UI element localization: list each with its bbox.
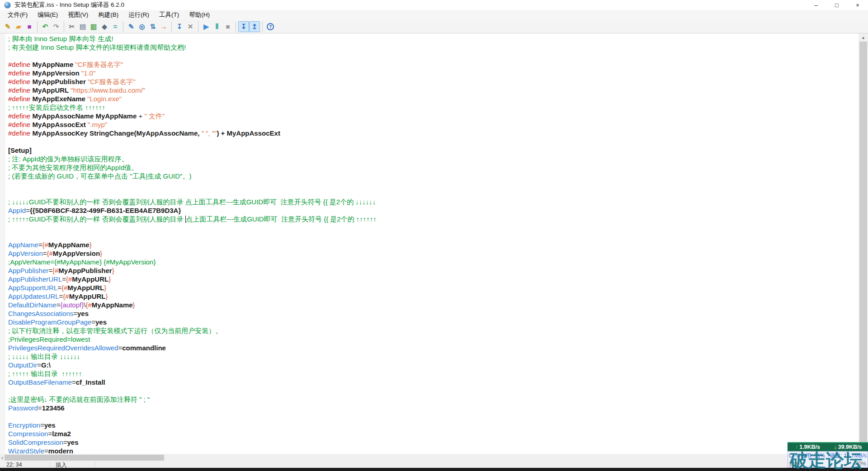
code-line[interactable]: #define MyAppURL "https://www.baidu.com/… bbox=[5, 86, 859, 94]
code-line[interactable]: AppPublisherURL={#MyAppURL} bbox=[5, 275, 859, 283]
code-line[interactable]: ; 注: AppId的值为单独标识该应用程序。 bbox=[5, 155, 859, 163]
code-token: = bbox=[43, 250, 47, 257]
menu-item-4[interactable]: 运行(R) bbox=[123, 10, 154, 20]
code-line[interactable]: PrivilegesRequiredOverridesAllowed=comma… bbox=[5, 344, 859, 352]
code-line[interactable] bbox=[5, 52, 859, 60]
compile-button[interactable]: ◆ bbox=[99, 21, 110, 32]
code-token: #define bbox=[8, 112, 30, 120]
cut-button[interactable]: ✂ bbox=[66, 21, 77, 32]
code-line[interactable]: ; 不要为其他安装程序使用相同的AppId值。 bbox=[5, 163, 859, 172]
code-line[interactable]: #define MyAppName "CF服务器名字" bbox=[5, 60, 859, 69]
code-line[interactable]: AppUpdatesURL={#MyAppURL} bbox=[5, 292, 859, 301]
horizontal-scrollbar-thumb[interactable] bbox=[5, 455, 164, 461]
code-line[interactable]: DefaultDirName={autopf}\{#MyAppName} bbox=[5, 301, 859, 309]
code-line[interactable] bbox=[5, 189, 859, 198]
code-line[interactable]: ;这里是密码↓ 不要的话就在前面添加注释符 " ; " bbox=[5, 395, 859, 404]
scroll-left-arrow-icon[interactable]: ‹ bbox=[0, 454, 5, 462]
code-line[interactable]: ; ↓↓↓↓↓ 输出目录 ↓↓↓↓↓↓ bbox=[5, 352, 859, 361]
save-file-button[interactable]: ■ bbox=[24, 21, 35, 32]
compiler-output-button[interactable]: = bbox=[110, 21, 121, 32]
new-script-button[interactable]: ✎ bbox=[2, 21, 13, 32]
paste-button[interactable]: ▥ bbox=[88, 21, 99, 32]
code-line[interactable] bbox=[5, 412, 859, 421]
code-line[interactable]: ; 以下行取消注释，以在非管理安装模式下运行（仅为当前用户安装）。 bbox=[5, 326, 859, 335]
minimize-button[interactable]: – bbox=[806, 0, 826, 10]
code-line[interactable]: ; 有关创建 Inno Setup 脚本文件的详细资料请查阅帮助文档! bbox=[5, 43, 859, 52]
code-line[interactable]: ; ↓↓↓↓↓GUID不要和别人的一样 否则会覆盖到别人服的目录 点上面工具栏-… bbox=[5, 198, 859, 206]
help-button[interactable]: ? bbox=[265, 21, 276, 32]
code-token: ;这里是密码↓ 不要的话就在前面添加注释符 " ; " bbox=[8, 396, 150, 403]
toolbar-group: ↧✕ bbox=[171, 21, 196, 32]
code-line[interactable]: Compression=lzma2 bbox=[5, 429, 859, 438]
code-line[interactable]: #define MyAppAssocName MyAppName + " 文件" bbox=[5, 112, 859, 120]
code-line[interactable]: ;PrivilegesRequired=lowest bbox=[5, 335, 859, 344]
cut-icon: ✂ bbox=[69, 23, 75, 30]
menu-item-1[interactable]: 编辑(E) bbox=[33, 10, 63, 20]
code-line[interactable]: #define MyAppAssocKey StringChange(MyApp… bbox=[5, 129, 859, 137]
code-token: = bbox=[38, 404, 42, 412]
code-token: MyAppURL bbox=[69, 292, 106, 300]
code-token: yes bbox=[77, 310, 89, 317]
code-line[interactable]: ; ↑↑↑↑↑ 输出目录 ↑↑↑↑↑↑ bbox=[5, 369, 859, 378]
code-token: AppPublisherURL bbox=[8, 275, 62, 283]
code-line[interactable] bbox=[5, 223, 859, 232]
maximize-button[interactable]: □ bbox=[826, 0, 847, 10]
code-line[interactable]: #define MyAppAssocExt ".myp" bbox=[5, 120, 859, 129]
code-line[interactable]: ChangesAssociations=yes bbox=[5, 309, 859, 318]
pause-button[interactable]: Ⅱ bbox=[212, 21, 222, 32]
vertical-scrollbar-thumb[interactable] bbox=[859, 42, 867, 446]
code-line[interactable]: ;AppVerName={#MyAppName} {#MyAppVersion} bbox=[5, 258, 859, 266]
target-uninstall-button[interactable]: ↥ bbox=[249, 21, 260, 32]
step-compile-icon: ↧ bbox=[177, 23, 183, 30]
code-line[interactable]: #define MyAppVersion "1.0" bbox=[5, 69, 859, 77]
goto-line-button[interactable]: → bbox=[158, 21, 169, 32]
stop-button[interactable]: ■ bbox=[222, 21, 233, 32]
code-line[interactable]: ; (若要生成新的 GUID，可在菜单中点击 "工具|生成 GUID"。) bbox=[5, 172, 859, 180]
find-replace-button[interactable]: ⇅ bbox=[147, 21, 158, 32]
code-line[interactable]: AppSupportURL={#MyAppURL} bbox=[5, 283, 859, 292]
undo-button[interactable]: ↶ bbox=[40, 21, 51, 32]
edit-script-button[interactable]: ✎ bbox=[126, 21, 137, 32]
code-line[interactable] bbox=[5, 137, 859, 146]
horizontal-scrollbar[interactable]: ‹ › bbox=[0, 454, 859, 462]
vertical-scrollbar[interactable]: ▴ ▾ bbox=[859, 33, 868, 454]
redo-button[interactable]: ↷ bbox=[51, 21, 61, 32]
code-line[interactable] bbox=[5, 386, 859, 395]
menu-item-0[interactable]: 文件(F) bbox=[3, 10, 33, 20]
code-line[interactable]: AppId={{5D8F6BCF-8232-499F-B631-EEB4AE7B… bbox=[5, 206, 859, 215]
menu-item-3[interactable]: 构建(B) bbox=[93, 10, 123, 20]
target-setup-button[interactable]: ↧ bbox=[238, 21, 249, 32]
code-line[interactable]: AppVersion={#MyAppVersion} bbox=[5, 249, 859, 258]
code-line[interactable]: ; 脚本由 Inno Setup 脚本向导 生成! bbox=[5, 34, 859, 43]
menu-item-2[interactable]: 视图(V) bbox=[63, 10, 93, 20]
code-line[interactable]: ; ↑↑↑↑↑安装后启动文件名 ↑↑↑↑↑↑ bbox=[5, 103, 859, 112]
code-line[interactable]: #define MyAppPublisher "CF服务器名字" bbox=[5, 77, 859, 86]
code-line[interactable]: #define MyAppExeName "Login.exe" bbox=[5, 94, 859, 103]
code-token: ) + MyAppAssocExt bbox=[217, 129, 280, 137]
code-line[interactable]: ; ↑↑↑↑↑GUID不要和别人的一样 否则会覆盖到别人服的目录 点上面工具栏-… bbox=[5, 215, 859, 223]
menu-item-6[interactable]: 帮助(H) bbox=[184, 10, 215, 20]
open-file-button[interactable]: ▰ bbox=[13, 21, 24, 32]
code-line[interactable]: AppName={#MyAppName} bbox=[5, 240, 859, 249]
code-line[interactable]: [Setup] bbox=[5, 146, 859, 155]
code-line[interactable] bbox=[5, 232, 859, 240]
step-compile-button[interactable]: ↧ bbox=[174, 21, 185, 32]
code-line[interactable]: WizardStyle=modern bbox=[5, 447, 859, 454]
scroll-up-arrow-icon[interactable]: ▴ bbox=[859, 33, 868, 41]
copy-button[interactable]: ▤ bbox=[77, 21, 88, 32]
code-line[interactable]: SolidCompression=yes bbox=[5, 438, 859, 447]
close-button[interactable]: × bbox=[847, 0, 868, 10]
abort-compile-button[interactable]: ✕ bbox=[185, 21, 196, 32]
code-line[interactable]: Encryption=yes bbox=[5, 421, 859, 429]
code-line[interactable]: Password=123456 bbox=[5, 404, 859, 412]
run-button[interactable]: ▶ bbox=[201, 21, 212, 32]
code-line[interactable]: OutputDir=G:\ bbox=[5, 361, 859, 369]
code-line[interactable]: AppPublisher={#MyAppPublisher} bbox=[5, 266, 859, 275]
code-line[interactable] bbox=[5, 180, 859, 189]
script-editor[interactable]: ; 脚本由 Inno Setup 脚本向导 生成!; 有关创建 Inno Set… bbox=[0, 33, 859, 454]
run-icon: ▶ bbox=[203, 23, 209, 30]
code-line[interactable]: DisableProgramGroupPage=yes bbox=[5, 318, 859, 326]
code-line[interactable]: OutputBaseFilename=cf_Install bbox=[5, 378, 859, 386]
menu-item-5[interactable]: 工具(T) bbox=[154, 10, 184, 20]
find-button[interactable]: ◎ bbox=[137, 21, 147, 32]
